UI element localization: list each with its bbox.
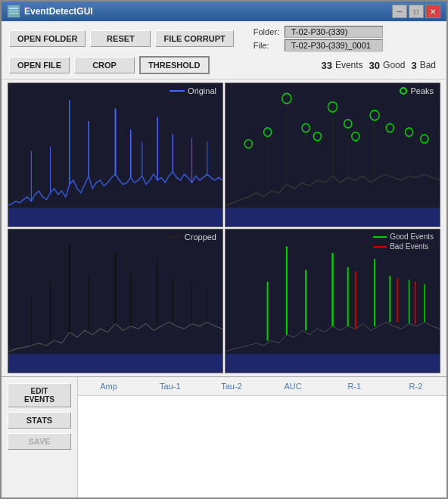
svg-rect-0 xyxy=(9,8,18,9)
svg-rect-39 xyxy=(8,354,222,373)
folder-value: T-02-P30-(339) xyxy=(285,26,383,38)
bottom-panel: EDIT EVENTS STATS SAVE Amp Tau-1 Tau-2 A… xyxy=(2,376,446,497)
toolbar-row-2: OPEN FILE CROP THRESHOLD 33 Events 30 Go… xyxy=(9,56,439,74)
table-area: Amp Tau-1 Tau-2 AUC R-1 R-2 xyxy=(77,377,446,497)
threshold-button[interactable]: THRESHOLD xyxy=(139,56,209,74)
bad-events-label: Bad Events xyxy=(390,242,428,251)
original-line-icon xyxy=(170,90,185,92)
table-header: Amp Tau-1 Tau-2 AUC R-1 R-2 xyxy=(78,377,446,396)
maximize-button[interactable]: □ xyxy=(409,5,424,18)
folder-row: Folder: T-02-P30-(339) xyxy=(254,26,383,38)
reset-button[interactable]: RESET xyxy=(90,30,151,47)
chart-original: Original xyxy=(8,83,223,227)
title-controls: ─ □ ✕ xyxy=(392,5,440,18)
good-events-line-icon xyxy=(373,236,387,238)
good-count: 30 xyxy=(369,60,380,71)
events-chart-svg xyxy=(226,229,440,373)
svg-rect-1 xyxy=(9,11,18,11)
svg-rect-2 xyxy=(9,13,18,14)
peaks-chart-svg xyxy=(226,83,440,226)
col-amp: Amp xyxy=(78,380,139,392)
good-events-legend: Good Events xyxy=(373,232,434,241)
bad-events-legend: Bad Events xyxy=(373,242,434,251)
crop-button[interactable]: CROP xyxy=(74,57,135,73)
svg-rect-51 xyxy=(226,354,440,373)
bad-count: 3 xyxy=(411,60,416,71)
peaks-circle-icon xyxy=(400,87,407,95)
col-auc: AUC xyxy=(263,380,324,392)
file-info: Folder: T-02-P30-(339) File: T-02-P30-(3… xyxy=(254,26,383,51)
cropped-label: Cropped xyxy=(166,232,216,242)
minimize-button[interactable]: ─ xyxy=(392,5,407,18)
events-legend: Good Events Bad Events xyxy=(373,232,434,251)
events-count: 33 xyxy=(321,60,331,71)
open-folder-button[interactable]: OPEN FOLDER xyxy=(9,30,86,47)
col-tau1: Tau-1 xyxy=(139,380,201,392)
close-button[interactable]: ✕ xyxy=(425,5,440,18)
main-window: EventDetectGUI ─ □ ✕ OPEN FOLDER RESET F… xyxy=(0,0,448,499)
peaks-label-text: Peaks xyxy=(410,86,434,95)
table-body xyxy=(78,396,446,497)
file-value: T-02-P30-(339)_0001 xyxy=(285,39,383,51)
bad-label: Bad xyxy=(420,60,436,70)
chart-peaks: Peaks xyxy=(225,83,440,227)
title-bar: EventDetectGUI ─ □ ✕ xyxy=(2,2,446,21)
col-r2: R-2 xyxy=(385,380,446,392)
title-bar-left: EventDetectGUI xyxy=(8,5,93,17)
cropped-chart-svg xyxy=(8,229,222,373)
open-file-button[interactable]: OPEN FILE xyxy=(9,57,70,73)
cropped-line-icon xyxy=(166,236,182,238)
chart-cropped: Cropped xyxy=(8,229,223,373)
stats-button[interactable]: STATS xyxy=(8,412,71,429)
folder-label: Folder: xyxy=(254,27,280,36)
good-label: Good xyxy=(383,60,405,70)
original-label-text: Original xyxy=(188,86,216,95)
stats-row: 33 Events 30 Good 3 Bad xyxy=(321,60,439,71)
file-row: File: T-02-P30-(339)_0001 xyxy=(254,39,383,51)
chart-events: Good Events Bad Events xyxy=(225,229,440,373)
save-button[interactable]: SAVE xyxy=(8,433,71,450)
toolbar: OPEN FOLDER RESET FILE CORRUPT Folder: T… xyxy=(2,21,446,80)
toolbar-row-1: OPEN FOLDER RESET FILE CORRUPT Folder: T… xyxy=(9,26,439,51)
original-chart-svg xyxy=(8,83,222,226)
peaks-label: Peaks xyxy=(400,86,434,95)
col-r1: R-1 xyxy=(324,380,385,392)
window-title: EventDetectGUI xyxy=(24,6,93,17)
events-label: Events xyxy=(335,60,363,70)
svg-rect-17 xyxy=(226,208,440,226)
bad-events-line-icon xyxy=(373,246,387,248)
edit-events-button[interactable]: EDIT EVENTS xyxy=(8,383,71,407)
charts-area: Original xyxy=(2,80,446,376)
col-tau2: Tau-2 xyxy=(201,380,262,392)
file-label: File: xyxy=(254,41,280,50)
original-label: Original xyxy=(170,86,216,95)
side-buttons: EDIT EVENTS STATS SAVE xyxy=(2,377,77,497)
file-corrupt-button[interactable]: FILE CORRUPT xyxy=(155,30,233,47)
good-events-label: Good Events xyxy=(390,232,434,241)
app-icon xyxy=(8,5,20,17)
cropped-label-text: Cropped xyxy=(185,232,216,242)
svg-rect-15 xyxy=(8,208,222,226)
